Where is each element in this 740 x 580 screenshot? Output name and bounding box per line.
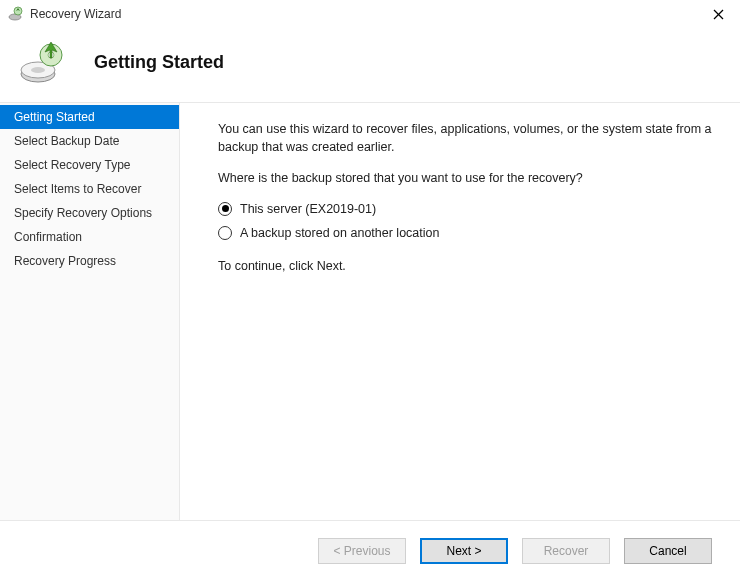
intro-text: You can use this wizard to recover files… bbox=[218, 121, 712, 156]
recovery-wizard-icon bbox=[8, 6, 24, 22]
next-button[interactable]: Next > bbox=[420, 538, 508, 564]
close-icon bbox=[713, 9, 724, 20]
previous-button: < Previous bbox=[318, 538, 406, 564]
step-getting-started[interactable]: Getting Started bbox=[0, 105, 179, 129]
continue-hint: To continue, click Next. bbox=[218, 258, 712, 276]
radio-icon bbox=[218, 226, 232, 240]
radio-icon bbox=[218, 202, 232, 216]
step-label: Recovery Progress bbox=[14, 254, 116, 268]
close-button[interactable] bbox=[704, 0, 732, 28]
step-label: Specify Recovery Options bbox=[14, 206, 152, 220]
step-label: Select Items to Recover bbox=[14, 182, 141, 196]
question-text: Where is the backup stored that you want… bbox=[218, 170, 712, 188]
radio-other-location[interactable]: A backup stored on another location bbox=[218, 226, 712, 240]
wizard-main-panel: You can use this wizard to recover files… bbox=[180, 103, 740, 520]
step-recovery-progress[interactable]: Recovery Progress bbox=[0, 249, 179, 273]
wizard-header: Getting Started bbox=[0, 28, 740, 102]
step-label: Select Backup Date bbox=[14, 134, 119, 148]
step-select-items-to-recover[interactable]: Select Items to Recover bbox=[0, 177, 179, 201]
recovery-header-icon bbox=[18, 38, 66, 86]
radio-this-server[interactable]: This server (EX2019-01) bbox=[218, 202, 712, 216]
step-select-backup-date[interactable]: Select Backup Date bbox=[0, 129, 179, 153]
wizard-footer: < Previous Next > Recover Cancel bbox=[0, 520, 740, 580]
step-label: Getting Started bbox=[14, 110, 95, 124]
window-title: Recovery Wizard bbox=[30, 7, 121, 21]
wizard-body: Getting Started Select Backup Date Selec… bbox=[0, 102, 740, 520]
step-label: Confirmation bbox=[14, 230, 82, 244]
page-title: Getting Started bbox=[94, 52, 224, 73]
recover-button: Recover bbox=[522, 538, 610, 564]
radio-label: This server (EX2019-01) bbox=[240, 202, 376, 216]
radio-label: A backup stored on another location bbox=[240, 226, 439, 240]
titlebar: Recovery Wizard bbox=[0, 0, 740, 28]
step-confirmation[interactable]: Confirmation bbox=[0, 225, 179, 249]
step-label: Select Recovery Type bbox=[14, 158, 131, 172]
svg-point-6 bbox=[31, 67, 45, 73]
cancel-button[interactable]: Cancel bbox=[624, 538, 712, 564]
wizard-steps-sidebar: Getting Started Select Backup Date Selec… bbox=[0, 103, 180, 520]
step-select-recovery-type[interactable]: Select Recovery Type bbox=[0, 153, 179, 177]
step-specify-recovery-options[interactable]: Specify Recovery Options bbox=[0, 201, 179, 225]
